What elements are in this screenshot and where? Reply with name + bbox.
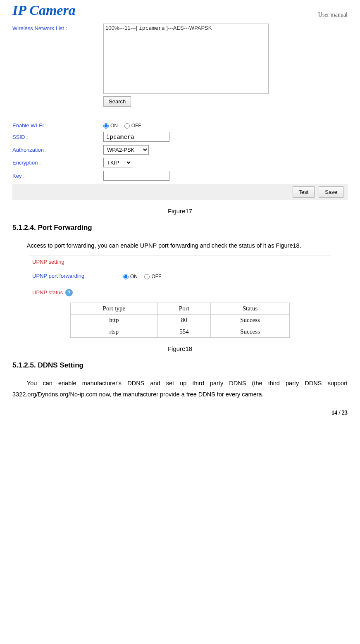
upnp-panel: UPNP setting UPNP port forwarding ON OFF… [29,255,331,338]
wifi-off-radio[interactable] [124,123,130,129]
upnp-setting-title: UPNP setting [32,259,64,265]
search-button[interactable]: Search [103,96,131,107]
upnp-on-radio-label[interactable]: ON [123,274,138,279]
figure17-caption: Figure17 [12,208,348,215]
section-5125-heading: 5.1.2.5. DDNS Setting [12,361,348,370]
authorization-select[interactable]: WPA2-PSK [103,145,149,155]
section-5124-heading: 5.1.2.4. Port Forwarding [12,224,348,232]
ssid-input[interactable] [103,132,169,142]
upnp-off-radio-label[interactable]: OFF [144,274,161,279]
wireless-network-listbox[interactable]: 100%---11---[ ipcamera ]---AES---WPAPSK [103,24,269,94]
col-port: Port [157,303,210,314]
logo-text: IP Camera [12,3,76,17]
page-number: 14 / 23 [331,410,348,416]
help-icon[interactable]: ? [65,289,73,296]
test-button[interactable]: Test [293,186,315,198]
table-header-row: Port type Port Status [71,303,290,314]
table-row: rtsp 554 Success [71,326,290,337]
upnp-port-forwarding-label: UPNP port forwarding [32,273,123,279]
wireless-settings-panel: Wireless Network List : 100%---11---[ ip… [12,24,348,200]
network-list-item[interactable]: 100%---11---[ ipcamera ]---AES---WPAPSK [105,25,267,31]
key-input[interactable] [103,171,169,181]
col-port-type: Port type [71,303,158,314]
figure18-caption: Figure18 [12,345,348,352]
ssid-label: SSID : [12,134,103,140]
page-header: IP Camera User manual [0,0,360,20]
wifi-on-radio-label[interactable]: ON [103,123,118,129]
section-5125-body: You can enable manufacturer's DDNS and s… [12,378,348,401]
upnp-on-radio[interactable] [123,274,129,279]
upnp-status-title: UPNP status [32,289,63,296]
upnp-status-table: Port type Port Status http 80 Success rt… [70,303,290,338]
doc-title: User manual [318,12,348,18]
wifi-on-radio[interactable] [103,123,109,129]
authorization-label: Authorization : [12,147,103,153]
encryption-select[interactable]: TKIP [103,158,132,167]
wifi-off-radio-label[interactable]: OFF [124,123,141,129]
key-label: Key : [12,173,103,179]
action-bar: Test Save [12,184,348,200]
section-5124-body: Access to port forwarding, you can enabl… [12,240,348,252]
upnp-off-radio[interactable] [144,274,150,279]
encryption-label: Encryption : [12,160,103,166]
table-row: http 80 Success [71,314,290,326]
wireless-list-label: Wireless Network List : [12,24,103,31]
col-status: Status [211,303,290,314]
save-button[interactable]: Save [319,186,343,198]
enable-wifi-label: Enable WI-FI : [12,122,103,129]
